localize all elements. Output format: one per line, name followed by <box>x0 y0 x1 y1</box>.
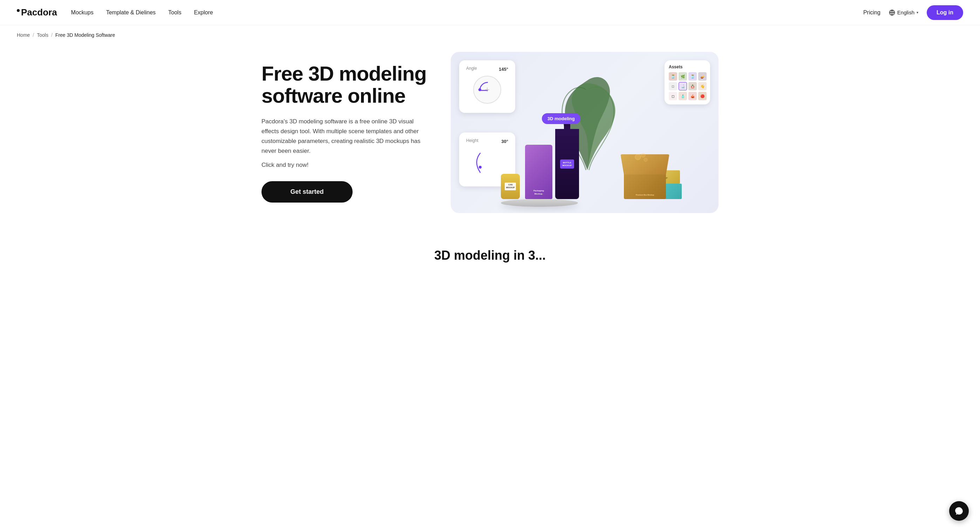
hero-left: Free 3D modeling software online Pacdora… <box>261 62 430 203</box>
breadcrumb-home[interactable]: Home <box>17 32 30 38</box>
language-label: English <box>897 10 915 16</box>
angle-center-icon <box>485 87 489 92</box>
hero-description: Pacdora's 3D modeling software is a free… <box>261 117 430 156</box>
assets-grid: 🫙 🌿 🫙 🪔 □ 🍶 🪆 👋 ◻ 🧴 🎪 🔴 <box>669 72 706 100</box>
bottom-teaser: 3D modeling in 3... <box>0 234 980 270</box>
bag-mockup: PackagingMockup. <box>525 145 552 199</box>
height-value: 30° <box>501 139 508 144</box>
nav-mockups[interactable]: Mockups <box>71 10 94 16</box>
box-mockup: BOXMOCKUP Premium Box Mockup <box>624 150 682 199</box>
get-started-button[interactable]: Get started <box>261 181 353 203</box>
login-button[interactable]: Log in <box>927 5 963 20</box>
asset-item-9[interactable]: ◻ <box>669 92 677 100</box>
navbar-left: Pacdora Mockups Template & Dielines Tool… <box>17 7 213 18</box>
breadcrumb: Home / Tools / Free 3D Modeling Software <box>0 25 980 38</box>
globe-icon <box>889 10 895 16</box>
asset-item-3[interactable]: 🫙 <box>688 72 697 81</box>
svg-point-7 <box>644 158 648 162</box>
asset-item-2[interactable]: 🌿 <box>679 72 687 81</box>
logo-text: Pacdora <box>21 7 57 18</box>
angle-panel: Angle 145° <box>459 60 515 113</box>
svg-point-5 <box>635 154 641 160</box>
angle-label: Angle <box>466 66 477 71</box>
hero-title: Free 3D modeling software online <box>261 62 430 107</box>
asset-item-10[interactable]: 🧴 <box>679 92 687 100</box>
height-arc-svg <box>466 148 494 176</box>
height-label: Height <box>466 138 479 143</box>
bottom-teaser-text: 3D modeling in 3... <box>434 248 546 262</box>
product-platform <box>501 199 578 207</box>
asset-item-12[interactable]: 🔴 <box>698 92 706 100</box>
assets-panel: Assets 🫙 🌿 🫙 🪔 □ 🍶 🪆 👋 ◻ 🧴 🎪 <box>665 60 710 105</box>
height-panel: Height 30° <box>459 132 515 186</box>
hero-section: Free 3D modeling software online Pacdora… <box>245 38 735 234</box>
asset-item-5[interactable]: □ <box>669 82 677 91</box>
3d-modeling-badge: 3D modeling <box>542 113 581 124</box>
assets-label: Assets <box>669 65 706 69</box>
pricing-link[interactable]: Pricing <box>863 10 880 16</box>
nav-tools[interactable]: Tools <box>168 10 181 16</box>
breadcrumb-sep-1: / <box>33 32 34 38</box>
navbar-right: Pricing English ▾ Log in <box>863 5 963 20</box>
language-selector[interactable]: English ▾ <box>889 10 918 16</box>
hero-image-area: Angle 145° Height <box>451 52 719 213</box>
asset-item-4[interactable]: 🪔 <box>698 72 706 81</box>
asset-item-7[interactable]: 🪆 <box>688 82 697 91</box>
asset-item-1[interactable]: 🫙 <box>669 72 677 81</box>
nav-links: Mockups Template & Dielines Tools Explor… <box>71 10 213 16</box>
hero-image-container: Angle 145° Height <box>451 52 719 213</box>
svg-point-4 <box>479 166 482 168</box>
hero-cta-text: Click and try now! <box>261 162 430 168</box>
box-brand-text: Premium Box Mockup <box>636 194 654 196</box>
box-pattern <box>631 150 652 164</box>
asset-item-11[interactable]: 🎪 <box>688 92 697 100</box>
box-label-flat: BOXMOCKUP <box>659 174 667 179</box>
bag-label: PackagingMockup. <box>533 189 544 195</box>
navbar: Pacdora Mockups Template & Dielines Tool… <box>0 0 980 25</box>
breadcrumb-sep-2: / <box>51 32 52 38</box>
angle-value: 145° <box>499 67 508 72</box>
logo-dot <box>17 9 20 12</box>
logo[interactable]: Pacdora <box>17 7 57 18</box>
nav-template-dielines[interactable]: Template & Dielines <box>106 10 156 16</box>
chevron-down-icon: ▾ <box>916 11 918 14</box>
svg-point-6 <box>641 153 645 157</box>
nav-explore[interactable]: Explore <box>194 10 213 16</box>
breadcrumb-tools[interactable]: Tools <box>37 32 48 38</box>
angle-circle <box>473 76 501 104</box>
breadcrumb-current: Free 3D Modeling Software <box>56 32 115 38</box>
asset-item-8[interactable]: 👋 <box>698 82 706 91</box>
asset-item-6[interactable]: 🍶 <box>679 82 687 91</box>
